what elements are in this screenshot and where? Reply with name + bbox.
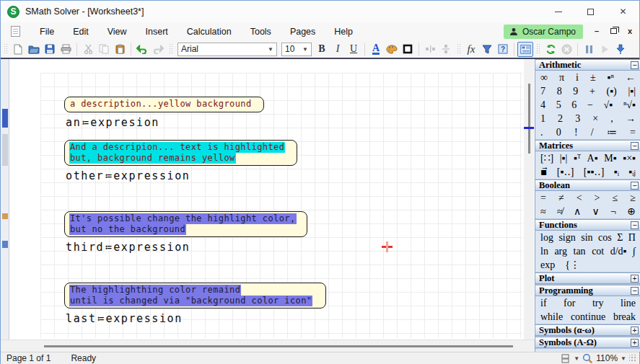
note-box-yellow[interactable]: a description...yellow background bbox=[64, 97, 264, 112]
help-reference-button[interactable]: ? bbox=[495, 42, 511, 57]
palette-button[interactable]: ± bbox=[590, 71, 596, 84]
palette-button[interactable]: ≥ bbox=[630, 192, 636, 204]
palette-button[interactable]: = bbox=[630, 126, 636, 138]
palette-button[interactable]: Π bbox=[628, 231, 636, 244]
collapse-icon[interactable]: − bbox=[631, 287, 639, 295]
palette-button[interactable]: + bbox=[589, 85, 595, 97]
palette-button[interactable]: ∞ bbox=[540, 71, 548, 84]
collapse-icon[interactable]: − bbox=[631, 61, 639, 69]
math-expression[interactable]: last≔expression bbox=[66, 312, 183, 325]
user-account-button[interactable]: Oscar Campo bbox=[504, 25, 583, 39]
palette-button[interactable]: → bbox=[626, 112, 636, 125]
palette-button[interactable]: sin bbox=[581, 231, 592, 244]
palette-button[interactable]: sign bbox=[558, 231, 575, 244]
palette-button[interactable]: 3 bbox=[575, 112, 580, 125]
palette-button[interactable]: ¬ bbox=[610, 205, 616, 218]
chevron-down-icon[interactable]: ▼ bbox=[621, 355, 626, 362]
palette-button[interactable]: 2 bbox=[558, 112, 563, 125]
palette-button[interactable]: 5 bbox=[556, 99, 561, 111]
maximize-button[interactable] bbox=[574, 1, 607, 22]
chevron-down-icon[interactable]: ▼ bbox=[574, 355, 579, 362]
palette-button[interactable]: log bbox=[540, 231, 553, 244]
menu-help[interactable]: Help bbox=[325, 24, 362, 40]
vertical-scrollbar[interactable] bbox=[524, 59, 534, 339]
border-button[interactable] bbox=[400, 42, 416, 57]
palette-button[interactable]: [∷] bbox=[540, 152, 553, 164]
palette-header-plot[interactable]: Plot+ bbox=[535, 272, 640, 284]
vertical-spacing-button[interactable] bbox=[438, 42, 454, 57]
palette-button[interactable]: 1 bbox=[540, 112, 545, 125]
math-expression[interactable]: an≔expresion bbox=[66, 116, 159, 129]
palette-button[interactable]: ▪ⁿ bbox=[608, 71, 614, 84]
palette-button[interactable]: Σ bbox=[617, 231, 623, 244]
palette-button[interactable]: tan bbox=[574, 245, 586, 257]
menu-calculation[interactable]: Calculation bbox=[177, 24, 241, 40]
palette-header-matrices[interactable]: Matrices− bbox=[535, 140, 640, 151]
copy-button[interactable] bbox=[96, 42, 112, 57]
palette-button[interactable]: {⋮ bbox=[565, 259, 580, 271]
cut-button[interactable] bbox=[80, 42, 96, 57]
pause-button[interactable] bbox=[581, 42, 597, 57]
background-color-button[interactable] bbox=[384, 42, 400, 57]
palette-button[interactable]: d/d▪ bbox=[610, 245, 627, 257]
redo-button[interactable] bbox=[150, 42, 166, 57]
open-button[interactable] bbox=[26, 42, 42, 57]
palette-button[interactable]: 8 bbox=[557, 85, 562, 97]
palette-button[interactable]: − bbox=[587, 99, 593, 111]
palette-button[interactable]: arg bbox=[554, 245, 567, 257]
filter-button[interactable] bbox=[479, 42, 495, 57]
recalculate-button[interactable] bbox=[543, 42, 558, 57]
horizontal-scrollbar[interactable] bbox=[1, 339, 535, 352]
new-button[interactable] bbox=[10, 42, 26, 57]
collapse-icon[interactable]: − bbox=[631, 142, 639, 150]
stop-button[interactable] bbox=[558, 42, 574, 57]
page-layout-icon[interactable] bbox=[561, 354, 571, 363]
palette-button[interactable]: < bbox=[577, 192, 582, 204]
menu-view[interactable]: View bbox=[98, 24, 136, 40]
palette-button[interactable]: ▪ᵢ bbox=[614, 166, 619, 178]
palette-header-programming[interactable]: Programming− bbox=[535, 285, 640, 296]
palette-button[interactable]: M▪ bbox=[604, 152, 616, 164]
math-expression[interactable]: third≔expression bbox=[66, 241, 190, 254]
print-button[interactable] bbox=[58, 42, 74, 57]
font-color-button[interactable]: A bbox=[368, 42, 384, 57]
palette-button[interactable]: |▪| bbox=[560, 152, 568, 164]
palette-button[interactable]: ≠ bbox=[558, 192, 564, 204]
bold-button[interactable]: B bbox=[314, 42, 330, 57]
step-button[interactable] bbox=[613, 42, 628, 57]
palette-button[interactable]: 4 bbox=[540, 99, 545, 111]
vertical-scrollbar-thumb[interactable] bbox=[528, 84, 530, 154]
palette-button[interactable]: line bbox=[621, 297, 636, 309]
mdi-close-button[interactable]: x bbox=[625, 26, 635, 36]
palette-button[interactable]: ≈ bbox=[540, 205, 546, 218]
palette-button[interactable]: [▪▪‥] bbox=[584, 166, 605, 178]
note-box-purple-highlight[interactable]: It's possible change the highlight color… bbox=[64, 211, 307, 237]
close-button[interactable]: ✕ bbox=[607, 1, 639, 22]
palette-button[interactable]: i bbox=[576, 71, 579, 84]
palette-button[interactable]: ln bbox=[540, 245, 548, 257]
palette-button[interactable]: cos bbox=[598, 231, 612, 244]
expand-icon[interactable]: + bbox=[631, 327, 639, 334]
expand-icon[interactable]: + bbox=[631, 339, 639, 347]
palette-button[interactable]: ← bbox=[626, 71, 636, 84]
zoom-magnifier-icon[interactable] bbox=[582, 353, 593, 364]
palette-button[interactable]: A▪ bbox=[587, 152, 598, 164]
palette-header-functions[interactable]: Functions− bbox=[535, 219, 640, 231]
palette-button[interactable]: ! bbox=[574, 126, 578, 138]
palette-button[interactable]: ∫ bbox=[633, 245, 636, 257]
palette-button[interactable]: 0 bbox=[556, 126, 561, 138]
note-box-purple-highlight[interactable]: The highlighthing color remaind until is… bbox=[64, 283, 326, 308]
collapsed-panel-strip[interactable] bbox=[1, 59, 9, 339]
palette-button[interactable]: ≔ bbox=[607, 126, 617, 138]
palette-button[interactable]: ⊕ bbox=[627, 205, 636, 218]
palette-button[interactable]: continue bbox=[571, 311, 605, 323]
font-family-select[interactable]: Arial▼ bbox=[177, 43, 277, 56]
palette-button[interactable]: × bbox=[592, 112, 598, 125]
palette-button[interactable]: ≉ bbox=[557, 205, 563, 218]
palette-button[interactable]: ∧ bbox=[574, 205, 581, 218]
palette-button[interactable]: 6 bbox=[571, 99, 577, 111]
menu-edit[interactable]: Edit bbox=[63, 24, 98, 40]
palette-button[interactable]: ≤ bbox=[613, 192, 618, 204]
palette-button[interactable]: exp bbox=[540, 259, 555, 271]
palette-header-symbols-a-ω[interactable]: Symbols (A-Ω)+ bbox=[535, 337, 640, 348]
